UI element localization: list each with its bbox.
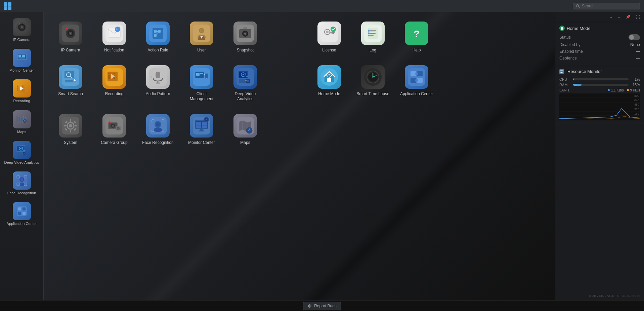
- sidebar-label-dva: Deep Video Analytics: [4, 160, 39, 165]
- svg-rect-156: [70, 130, 71, 132]
- app-label-face-recognition: Face Recognition: [142, 140, 173, 146]
- report-bugs-button[interactable]: Report Bugs: [303, 302, 341, 310]
- resource-monitor-section: Resource Monitor CPU 1% RAM 15%: [555, 66, 644, 123]
- app-maps[interactable]: Maps: [225, 111, 265, 148]
- app-label-smart-timelapse: Smart Time Lapse: [356, 91, 389, 97]
- sidebar-label-monitor-center: Monitor Center: [9, 68, 34, 73]
- app-label-snapshot: Snapshot: [237, 48, 254, 53]
- svg-rect-46: [23, 212, 26, 215]
- log-icon: [361, 22, 385, 45]
- svg-point-74: [326, 31, 329, 33]
- app-label-dva: Deep Video Analytics: [228, 91, 263, 102]
- svg-point-32: [24, 153, 25, 154]
- svg-rect-17: [17, 87, 18, 89]
- app-dva[interactable]: Deep Video Analytics: [225, 63, 265, 105]
- remove-panel-button[interactable]: −: [616, 14, 622, 21]
- app-smart-search[interactable]: Smart Search: [50, 63, 91, 105]
- svg-point-193: [608, 89, 610, 91]
- search-box[interactable]: [573, 3, 640, 9]
- face-recognition-icon: [146, 114, 170, 138]
- app-application-center[interactable]: Application Center: [396, 63, 437, 105]
- svg-rect-57: [153, 28, 163, 39]
- svg-rect-10: [19, 62, 25, 62]
- sidebar-item-face-recognition[interactable]: Face Recognition: [0, 169, 43, 198]
- bottom-bar: Report Bugs: [0, 300, 644, 311]
- app-camera-group[interactable]: Camera Group: [94, 111, 134, 148]
- sidebar-label-face-recognition: Face Recognition: [7, 191, 36, 195]
- sidebar-label-maps: Maps: [17, 130, 26, 134]
- app-log[interactable]: Log: [353, 19, 393, 56]
- svg-point-150: [419, 76, 421, 78]
- lan-stats: 1.1 KB/s 9 KB/s: [607, 88, 640, 92]
- svg-rect-82: [370, 32, 375, 32]
- disabled-by-value: None: [630, 42, 640, 47]
- system-icon: [59, 114, 82, 138]
- sidebar-item-dva[interactable]: Deep Video Analytics: [0, 138, 43, 167]
- disabled-by-row: Disabled by None: [559, 42, 640, 47]
- app-label-monitor-center: Monitor Center: [188, 140, 215, 146]
- sidebar-item-recording[interactable]: Recording: [0, 77, 43, 106]
- app-license[interactable]: License: [309, 19, 349, 56]
- svg-rect-81: [370, 30, 376, 31]
- sidebar-item-maps[interactable]: Maps: [0, 108, 43, 137]
- app-label-maps: Maps: [240, 140, 250, 146]
- brand-area: SURVEILLAGE STATS 8.0 BETA: [555, 290, 644, 300]
- svg-point-36: [20, 178, 23, 181]
- status-toggle[interactable]: [629, 34, 640, 40]
- app-system[interactable]: System: [50, 111, 91, 148]
- svg-point-87: [368, 33, 370, 34]
- sidebar-item-application-center[interactable]: Application Center: [0, 199, 43, 229]
- fullscreen-panel-button[interactable]: [635, 14, 641, 21]
- app-user[interactable]: User: [181, 19, 222, 56]
- svg-rect-44: [23, 207, 26, 210]
- center-area: IP Camera Notification: [44, 12, 555, 300]
- maps-icon: [233, 114, 257, 138]
- app-home-mode[interactable]: Home Mode: [309, 63, 349, 105]
- app-smart-timelapse[interactable]: Smart Time Lapse: [353, 63, 393, 105]
- face-sidebar-icon: [13, 171, 31, 190]
- app-monitor-center[interactable]: Monitor Center: [181, 111, 222, 148]
- app-snapshot[interactable]: Snapshot: [225, 19, 265, 56]
- app-audio-pattern[interactable]: Audio Pattern: [138, 63, 178, 105]
- app-help[interactable]: ? Help: [396, 19, 437, 56]
- app-label-recording: Recording: [105, 91, 124, 97]
- svg-point-130: [247, 80, 249, 82]
- home-mode-icon: [317, 65, 341, 89]
- sidebar-item-monitor-center[interactable]: Monitor Center: [0, 46, 43, 75]
- svg-rect-16: [17, 85, 18, 87]
- search-input[interactable]: [582, 4, 637, 8]
- svg-point-64: [200, 30, 201, 31]
- app-recording[interactable]: Recording: [94, 63, 134, 105]
- sidebar-item-ip-camera[interactable]: IP Camera: [0, 15, 43, 45]
- svg-rect-59: [158, 30, 161, 33]
- app-face-recognition[interactable]: Face Recognition: [138, 111, 178, 148]
- camera-group-icon: [102, 114, 126, 138]
- geofence-label: Geofence: [559, 56, 577, 61]
- add-panel-button[interactable]: +: [608, 14, 614, 21]
- svg-rect-118: [200, 75, 203, 75]
- camera-sidebar-icon: [13, 18, 31, 36]
- status-label: Status: [559, 35, 571, 40]
- app-client-management[interactable]: Client Management: [181, 63, 222, 105]
- svg-rect-158: [75, 125, 77, 126]
- svg-point-33: [23, 153, 23, 153]
- app-label-log: Log: [370, 48, 376, 53]
- app-notification[interactable]: Notification: [94, 19, 134, 56]
- svg-rect-147: [417, 78, 423, 83]
- svg-point-127: [243, 74, 244, 75]
- app-action-rule[interactable]: Action Rule: [138, 19, 178, 56]
- home-mode-title: Home Mode: [559, 26, 640, 31]
- svg-rect-120: [205, 74, 208, 78]
- svg-point-194: [627, 89, 629, 91]
- svg-point-174: [156, 122, 160, 126]
- svg-point-151: [415, 79, 418, 82]
- svg-point-86: [368, 31, 370, 33]
- lan-download: 9 KB/s: [627, 88, 640, 92]
- pin-panel-button[interactable]: 📌: [625, 14, 632, 20]
- sidebar-label-application-center: Application Center: [7, 222, 37, 226]
- svg-point-65: [203, 30, 204, 31]
- search-icon: [576, 4, 580, 8]
- recording-icon: [102, 65, 126, 89]
- app-ip-camera[interactable]: IP Camera: [50, 19, 91, 56]
- enabled-time-row: Enabled time —: [559, 49, 640, 54]
